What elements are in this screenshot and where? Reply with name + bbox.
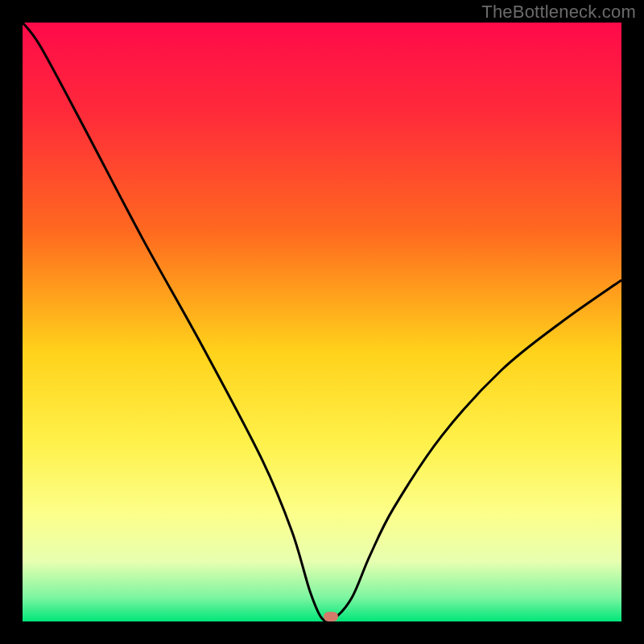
watermark-text: TheBottleneck.com [481, 2, 636, 23]
optimal-point-marker [324, 612, 338, 621]
plot-area [23, 23, 621, 621]
chart-frame: TheBottleneck.com [0, 0, 644, 644]
bottleneck-curve [23, 23, 621, 621]
